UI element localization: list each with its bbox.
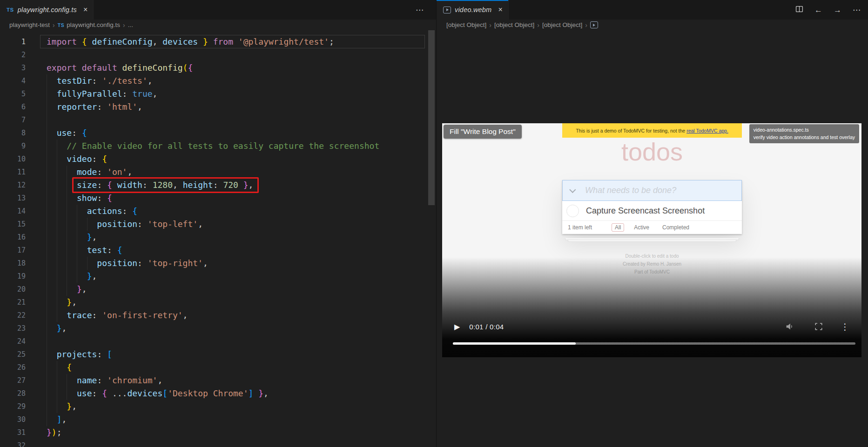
token: show (77, 193, 97, 203)
video-preview-pane: This is just a demo of TodoMVC for testi… (437, 30, 868, 447)
close-icon[interactable]: × (498, 6, 502, 13)
token: name (77, 375, 97, 385)
indent-guide (47, 100, 47, 113)
video-file-icon[interactable] (590, 21, 598, 28)
close-icon[interactable]: × (83, 6, 87, 13)
token: use (57, 128, 72, 138)
token: , (198, 219, 203, 229)
breadcrumb-item[interactable]: playwright-test (9, 21, 50, 28)
indent-guide (47, 166, 47, 179)
code-line: 8use: { (0, 127, 436, 140)
line-number: 1 (0, 35, 26, 48)
token: reporter (57, 102, 97, 112)
navigate-forward-icon[interactable]: → (834, 6, 841, 14)
editor-scrollbar[interactable] (428, 30, 435, 205)
indent-guide (47, 244, 47, 257)
navigate-back-icon[interactable]: ← (814, 6, 822, 14)
token: , (137, 102, 142, 112)
token: ] (249, 388, 254, 398)
code-line: 24 (0, 335, 436, 348)
breadcrumb-item[interactable]: [object Object] (542, 21, 582, 28)
indent-guide (77, 244, 77, 257)
code-line: 29}, (0, 400, 436, 413)
token: } (243, 180, 249, 190)
token: } (47, 427, 52, 437)
breadcrumb-item[interactable]: TSplaywright.config.ts (58, 21, 120, 28)
card-stack-edge (568, 240, 736, 242)
indent-guide (57, 374, 57, 387)
indent-guide (57, 400, 57, 413)
token: { (82, 128, 87, 138)
token: } (87, 232, 92, 242)
breadcrumb-separator: › (123, 21, 125, 29)
breadcrumb-item[interactable]: [object Object] (446, 21, 486, 28)
fullscreen-icon[interactable] (814, 322, 823, 331)
token: ) (52, 427, 57, 437)
token: } (57, 323, 62, 333)
indent-guide (57, 205, 57, 218)
todo-list-item[interactable]: Capture Screencast Screenshot (562, 201, 742, 221)
indent-guide (67, 205, 67, 218)
todo-footer: 1 item left AllActiveCompleted (562, 221, 742, 234)
token: { (102, 154, 107, 164)
tab-video-webm[interactable]: video.webm × (437, 0, 509, 20)
more-actions-icon[interactable]: ⋯ (416, 5, 436, 15)
indent-guide (57, 192, 57, 205)
filter-all[interactable]: All (612, 223, 624, 232)
indent-guide (57, 296, 57, 309)
code-text: }, (47, 231, 97, 244)
split-editor-icon[interactable] (795, 5, 803, 14)
token: : (142, 180, 153, 190)
token: : (72, 128, 82, 138)
code-line: 22trace: 'on-first-retry', (0, 309, 436, 322)
token: : (97, 102, 107, 112)
breadcrumb-item[interactable]: ... (128, 21, 133, 28)
token: : (122, 89, 133, 99)
indent-guide (47, 205, 47, 218)
code-text: import { defineConfig, devices } from '@… (47, 35, 334, 48)
token: [ (162, 388, 168, 398)
volume-icon[interactable] (785, 321, 795, 332)
token: } (77, 284, 82, 294)
token: : (122, 206, 133, 216)
token: { (188, 63, 193, 73)
line-number: 10 (0, 153, 26, 166)
indent-guide (57, 140, 57, 153)
test-annotation-badge: video-annotations.spec.ts verify video a… (749, 124, 859, 143)
code-line: 1import { defineConfig, devices } from '… (0, 35, 436, 48)
filter-active[interactable]: Active (631, 223, 653, 232)
token: testDir (57, 76, 92, 86)
indent-guide (47, 87, 47, 100)
line-number: 24 (0, 335, 26, 348)
todo-checkbox[interactable] (566, 205, 579, 217)
new-todo-input[interactable]: What needs to be done? (562, 180, 742, 201)
code-line: 23}, (0, 322, 436, 335)
line-number: 22 (0, 309, 26, 322)
indent-guide (47, 387, 47, 400)
tab-playwright-config[interactable]: TS playwright.config.ts × (0, 0, 94, 20)
indent-guide (67, 192, 67, 205)
line-number: 7 (0, 113, 26, 127)
code-editor[interactable]: 1import { defineConfig, devices } from '… (0, 30, 436, 447)
token: : (137, 258, 148, 268)
indent-guide (57, 283, 57, 296)
todo-text: Capture Screencast Screenshot (586, 206, 705, 216)
filter-completed[interactable]: Completed (659, 223, 693, 232)
code-line: 4testDir: './tests', (0, 74, 436, 87)
code-text: test: { (47, 244, 122, 257)
more-actions-icon[interactable]: ⋯ (853, 6, 861, 14)
breadcrumb-item[interactable]: [object Object] (494, 21, 534, 28)
chevron-down-icon[interactable] (569, 186, 576, 193)
tab-bar-left: TS playwright.config.ts × ⋯ (0, 0, 436, 20)
seek-bar[interactable] (453, 342, 855, 345)
code-text: actions: { (47, 205, 137, 218)
line-number: 16 (0, 231, 26, 244)
todomvc-link[interactable]: real TodoMVC app. (686, 128, 728, 133)
code-line: 25projects: [ (0, 348, 436, 361)
video-player[interactable]: This is just a demo of TodoMVC for testi… (442, 123, 861, 357)
token: , (183, 310, 188, 320)
play-button[interactable]: ▶ (454, 322, 460, 331)
code-text: testDir: './tests', (47, 74, 153, 87)
kebab-menu-icon[interactable]: ⋮ (841, 321, 849, 332)
tab-bar-right: video.webm × ← → ⋯ (437, 0, 868, 20)
